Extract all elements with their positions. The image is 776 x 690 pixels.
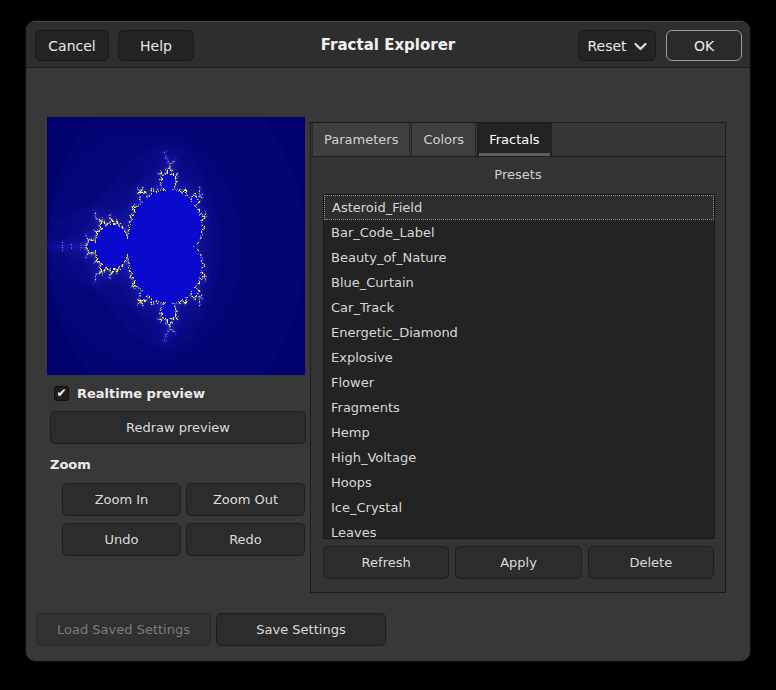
fractal-explorer-dialog: Fractal Explorer Cancel Help Reset OK ✔ … [26, 21, 750, 661]
tab-colors[interactable]: Colors [411, 123, 476, 156]
preset-item[interactable]: Leaves [324, 520, 714, 539]
preset-item[interactable]: Fragments [324, 395, 714, 420]
zoom-section-label: Zoom [50, 457, 91, 472]
preset-item[interactable]: High_Voltage [324, 445, 714, 470]
preset-item[interactable]: Flower [324, 370, 714, 395]
presets-heading: Presets [311, 157, 725, 182]
preset-item[interactable]: Explosive [324, 345, 714, 370]
chevron-down-icon [634, 43, 647, 51]
preset-item[interactable]: Hoops [324, 470, 714, 495]
preset-actions-row: Refresh Apply Delete [323, 546, 714, 579]
reset-button[interactable]: Reset [578, 30, 656, 61]
tab-parameters[interactable]: Parameters [312, 123, 410, 156]
load-saved-settings-button[interactable]: Load Saved Settings [36, 613, 211, 646]
settings-notebook: Parameters Colors Fractals Presets Aster… [310, 122, 726, 593]
preset-list[interactable]: Asteroid_FieldBar_Code_LabelBeauty_of_Na… [323, 194, 715, 539]
preset-item[interactable]: Beauty_of_Nature [324, 245, 714, 270]
zoom-in-button[interactable]: Zoom In [62, 483, 181, 516]
realtime-preview-checkbox[interactable]: ✔ [54, 386, 69, 401]
preset-item[interactable]: Asteroid_Field [324, 195, 714, 220]
help-button[interactable]: Help [118, 30, 194, 61]
title-bar[interactable]: Fractal Explorer Cancel Help Reset OK [26, 21, 750, 68]
undo-button[interactable]: Undo [62, 523, 181, 556]
tab-strip: Parameters Colors Fractals [311, 123, 725, 157]
reset-button-label: Reset [587, 38, 626, 54]
realtime-preview-row: ✔ Realtime preview [54, 384, 205, 402]
fractal-preview[interactable] [47, 117, 305, 375]
save-settings-button[interactable]: Save Settings [216, 613, 386, 646]
tab-fractals[interactable]: Fractals [477, 123, 551, 156]
redo-button[interactable]: Redo [186, 523, 305, 556]
preset-item[interactable]: Blue_Curtain [324, 270, 714, 295]
realtime-preview-label: Realtime preview [77, 386, 205, 401]
ok-button[interactable]: OK [666, 30, 742, 61]
refresh-button[interactable]: Refresh [323, 546, 449, 579]
preset-item[interactable]: Car_Track [324, 295, 714, 320]
apply-button[interactable]: Apply [455, 546, 581, 579]
preset-item[interactable]: Bar_Code_Label [324, 220, 714, 245]
fractal-preview-canvas[interactable] [47, 117, 305, 375]
zoom-out-button[interactable]: Zoom Out [186, 483, 305, 516]
delete-button[interactable]: Delete [588, 546, 714, 579]
preset-item[interactable]: Ice_Crystal [324, 495, 714, 520]
preset-item[interactable]: Energetic_Diamond [324, 320, 714, 345]
redraw-preview-button[interactable]: Redraw preview [50, 411, 306, 444]
preset-item[interactable]: Hemp [324, 420, 714, 445]
cancel-button[interactable]: Cancel [35, 30, 109, 61]
